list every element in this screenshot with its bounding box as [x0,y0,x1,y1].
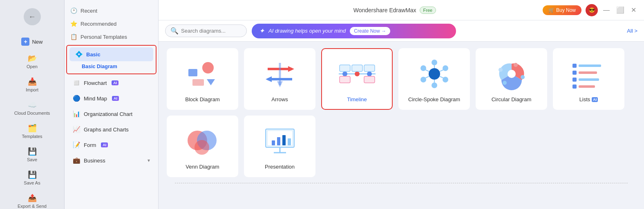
svg-rect-45 [572,84,577,89]
minimize-button[interactable]: — [602,5,611,15]
import-icon: 📥 [28,77,37,86]
arrows-label: Arrows [271,96,288,102]
buy-now-button[interactable]: 🛒 Buy Now [543,5,581,15]
graphs-category[interactable]: 📈 Graphs and Charts [67,122,156,136]
svg-rect-0 [188,69,197,76]
timeline-visual [335,56,380,92]
basic-section-outline: 💠 Basic Basic Diagram [66,45,157,74]
all-link[interactable]: All > [627,28,637,34]
sidebar-narrow: ← + New 📂 Open 📥 Import ☁️ Cloud Documen… [0,0,65,209]
personal-label: Personal Templates [80,34,127,40]
recent-icon: 🕐 [70,7,77,14]
create-now-button[interactable]: Create Now → [350,27,390,35]
orgchart-label: Organizational Chart [84,111,132,117]
circle-spoke-label: Circle-Spoke Diagram [408,96,460,102]
free-badge: Free [420,7,436,14]
svg-point-38 [499,68,503,72]
basic-category[interactable]: 💠 Basic [69,47,153,61]
export-label: Export & Send [18,204,47,209]
search-box[interactable]: 🔍 [165,24,247,37]
sidebar-item-new[interactable]: + New [2,34,62,49]
flowchart-section: ◻️ Flowchart AI [65,76,158,90]
basic-diagram-label: Basic Diagram [82,64,117,69]
circle-spoke-card[interactable]: Circle-Spoke Diagram [398,48,470,110]
mindmap-section: 🔵 Mind Map AI [65,91,158,105]
svg-rect-53 [277,137,280,145]
basic-label: Basic [86,51,101,58]
graphs-label: Graphs and Charts [84,127,129,133]
ai-banner: ✦ AI drawing helps open your mind Create… [252,24,456,38]
cloud-label: Cloud Documents [14,111,50,116]
arrows-card[interactable]: Arrows [244,48,315,110]
cart-icon: 🛒 [548,7,555,13]
sidebar-item-save[interactable]: 💾 Save [2,144,62,165]
header-center: Wondershare EdrawMax Free [353,7,436,14]
business-category[interactable]: 💼 Business ▾ [67,153,156,167]
svg-rect-3 [192,79,204,86]
recent-label: Recent [80,8,97,14]
mindmap-ai-badge: AI [112,96,119,101]
mindmap-category[interactable]: 🔵 Mind Map AI [67,91,156,105]
sidebar-item-export[interactable]: 📤 Export & Send [2,190,62,209]
presentation-visual [262,123,298,160]
basic-diagram-item[interactable]: Basic Diagram [67,61,156,72]
close-button[interactable]: ✕ [630,5,637,15]
svg-line-31 [425,76,429,78]
venn-card[interactable]: Venn Diagram [167,116,238,177]
svg-point-22 [432,60,437,65]
open-label: Open [27,64,38,69]
business-chevron: ▾ [148,158,150,163]
sidebar-item-open[interactable]: 📂 Open [2,51,62,72]
sidebar-item-save-as[interactable]: 💾 Save As [2,167,62,189]
svg-line-33 [425,70,429,71]
maximize-button[interactable]: ⬜ [615,5,626,15]
block-diagram-visual [184,56,221,92]
block-diagram-card[interactable]: Block Diagram [167,48,238,110]
sidebar-item-import[interactable]: 📥 Import [2,74,62,96]
sidebar-mid: 🕐 Recent ⭐ Recommended 📋 Personal Templa… [65,0,159,209]
recommended-item[interactable]: ⭐ Recommended [65,17,158,30]
svg-rect-42 [579,71,597,74]
save-as-label: Save As [24,180,40,185]
import-label: Import [26,87,38,92]
toolbar: 🔍 ✦ AI drawing helps open your mind Crea… [159,20,644,42]
recommended-icon: ⭐ [70,20,77,27]
save-as-icon: 💾 [28,170,37,179]
orgchart-section: 📊 Organizational Chart [65,107,158,121]
flowchart-category[interactable]: ◻️ Flowchart AI [67,76,156,90]
flowchart-label: Flowchart [84,80,107,86]
circular-card[interactable]: Circular Diagram [476,48,547,110]
recent-item[interactable]: 🕐 Recent [65,4,158,17]
form-category[interactable]: 📝 Form AI [67,138,156,152]
personal-templates-item[interactable]: 📋 Personal Templates [65,30,158,43]
all-label: All > [627,28,637,34]
svg-rect-19 [340,76,350,83]
user-avatar[interactable]: 😎 [586,4,598,16]
presentation-card[interactable]: Presentation [244,116,315,177]
search-input[interactable] [181,28,238,34]
flowchart-icon: ◻️ [73,79,80,87]
timeline-card[interactable]: Timeline [321,48,393,110]
dashed-separator [175,183,628,183]
recommended-label: Recommended [80,21,116,27]
sidebar-item-templates[interactable]: 🗂️ Templates [2,120,62,142]
lists-visual [570,56,607,92]
create-now-label: Create Now → [354,28,386,34]
app-logo: ← [0,4,64,29]
lists-card[interactable]: Lists AI [553,48,624,110]
form-label: Form [84,142,96,148]
svg-marker-5 [288,66,294,72]
header-right: 🛒 Buy Now 😎 — ⬜ ✕ [543,4,637,16]
circular-visual [493,56,530,92]
orgchart-icon: 📊 [73,110,80,118]
buy-now-label: Buy Now [556,7,576,13]
mindmap-label: Mind Map [84,96,107,102]
templates-label: Templates [22,134,42,139]
save-label: Save [27,157,37,162]
svg-rect-14 [340,65,350,71]
block-diagram-label: Block Diagram [185,96,220,102]
orgchart-category[interactable]: 📊 Organizational Chart [67,107,156,121]
sidebar-item-cloud[interactable]: ☁️ Cloud Documents [2,97,62,119]
svg-point-49 [195,140,209,155]
svg-point-12 [355,71,360,76]
